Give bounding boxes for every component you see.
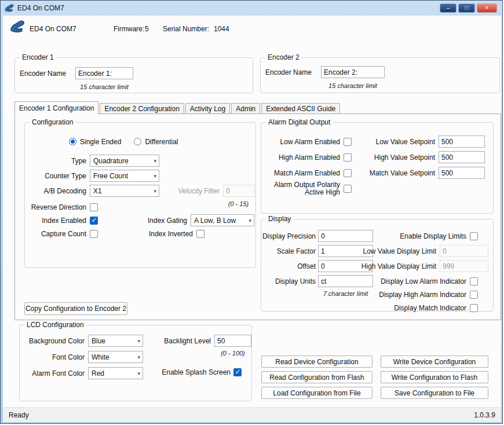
alarm-digital-output-group-title: Alarm Digital Output <box>266 118 333 126</box>
type-value: Quadrature <box>93 157 129 165</box>
tab-extended-ascii-guide[interactable]: Extended ASCII Guide <box>261 103 340 114</box>
low-alarm-enabled-checkbox[interactable] <box>344 138 352 146</box>
chevron-down-icon: ▾ <box>249 218 251 224</box>
low-value-display-limit-label: Low Value Display Limit <box>363 247 437 255</box>
display-high-alarm-indicator-checkbox[interactable] <box>470 291 478 299</box>
maximize-button[interactable]: □ <box>458 3 475 13</box>
alarm-polarity-label-line2: Active High <box>305 188 340 196</box>
single-ended-radio[interactable] <box>69 138 76 145</box>
tab-strip: Encoder 1 Configuration Encoder 2 Config… <box>14 101 341 114</box>
background-color-combobox[interactable]: Blue ▾ <box>88 335 143 347</box>
load-configuration-from-file-button[interactable]: Load Configuration from File <box>261 387 372 399</box>
encoder1-limit-note: 15 character limit <box>71 83 138 90</box>
chevron-down-icon: ▾ <box>154 188 156 194</box>
low-value-display-limit-input <box>440 245 488 257</box>
index-gating-label: Index Gating <box>147 217 187 225</box>
serial-number-label: Serial Number: <box>163 25 209 33</box>
lcd-configuration-group: LCD Configuration Background Color Blue … <box>19 325 252 401</box>
encoder1-configuration-panel: Configuration Single Ended Differential … <box>14 113 501 320</box>
lcd-configuration-group-title: LCD Configuration <box>24 321 86 329</box>
maximize-icon: □ <box>465 5 468 11</box>
high-alarm-enabled-checkbox[interactable] <box>344 153 352 162</box>
minimize-button[interactable]: – <box>440 3 456 13</box>
index-gating-combobox[interactable]: A Low, B Low ▾ <box>191 214 254 226</box>
display-precision-label: Display Precision <box>261 232 316 240</box>
differential-label: Differential <box>145 138 178 146</box>
firmware-value: 5 <box>145 25 149 33</box>
backlight-level-input[interactable] <box>214 335 251 347</box>
display-precision-input[interactable] <box>318 230 373 242</box>
index-inverted-checkbox[interactable] <box>196 230 204 238</box>
type-combobox[interactable]: Quadrature ▾ <box>90 155 159 167</box>
encoder2-name-input[interactable] <box>321 66 385 78</box>
tab-admin[interactable]: Admin <box>231 103 260 114</box>
index-inverted-label: Index Inverted <box>147 230 193 238</box>
close-button[interactable]: × <box>477 3 497 13</box>
tab-encoder-2-configuration[interactable]: Encoder 2 Configuration <box>100 103 184 114</box>
configuration-group: Configuration Single Ended Differential … <box>24 122 256 268</box>
minimize-icon: – <box>447 5 450 11</box>
low-value-setpoint-input[interactable] <box>439 135 485 148</box>
display-low-alarm-indicator-label: Display Low Alarm Indicator <box>381 277 466 285</box>
window-title: ED4 On COM7 <box>17 4 64 12</box>
high-value-setpoint-label: High Value Setpoint <box>355 153 435 162</box>
encoder1-name-input[interactable] <box>75 67 133 79</box>
match-alarm-enabled-checkbox[interactable] <box>344 169 352 177</box>
display-units-label: Display Units <box>261 277 316 285</box>
chevron-down-icon: ▾ <box>154 158 156 164</box>
velocity-filter-label: Velocity Filter <box>173 187 220 195</box>
display-units-input[interactable] <box>318 275 373 287</box>
encoder2-name-label: Encoder Name <box>265 68 316 76</box>
font-color-label: Font Color <box>22 353 85 361</box>
display-high-alarm-indicator-label: Display High Alarm Indicator <box>379 291 466 299</box>
status-text: Ready <box>9 411 29 419</box>
capture-count-label: Capture Count <box>26 230 86 238</box>
tab-activity-log[interactable]: Activity Log <box>185 103 230 114</box>
backlight-range-note: (0 - 100) <box>214 350 251 357</box>
tab-encoder-1-configuration[interactable]: Encoder 1 Configuration <box>14 101 98 115</box>
display-group: Display Display Precision Scale Factor O… <box>261 219 494 312</box>
header-app-title: ED4 On COM7 <box>30 25 76 33</box>
write-configuration-to-flash-button[interactable]: Write Configuration to Flash <box>381 371 488 383</box>
ab-decoding-value: X1 <box>93 187 102 195</box>
chevron-down-icon: ▾ <box>137 371 140 376</box>
capture-count-checkbox[interactable] <box>90 230 98 238</box>
version-text: 1.0.3.9 <box>474 411 495 419</box>
alarm-polarity-checkbox[interactable] <box>344 185 352 193</box>
differential-radio[interactable] <box>134 138 141 145</box>
velocity-filter-input <box>223 185 255 197</box>
alarm-font-color-combobox[interactable]: Red ▾ <box>88 367 143 379</box>
alarm-font-color-label: Alarm Font Color <box>22 369 85 378</box>
read-device-configuration-button[interactable]: Read Device Configuration <box>261 356 372 368</box>
read-configuration-from-flash-button[interactable]: Read Configuration from Flash <box>261 371 372 383</box>
write-device-configuration-button[interactable]: Write Device Configuration <box>381 356 488 368</box>
background-color-label: Background Color <box>22 337 85 345</box>
alarm-font-color-value: Red <box>92 369 104 378</box>
enable-display-limits-label: Enable Display Limits <box>400 232 466 240</box>
reverse-direction-checkbox[interactable] <box>90 203 98 211</box>
firmware-label: Firmware: <box>114 25 144 33</box>
index-enabled-checkbox[interactable] <box>90 217 98 225</box>
enable-display-limits-checkbox[interactable] <box>470 232 478 240</box>
single-ended-label: Single Ended <box>80 138 121 146</box>
font-color-combobox[interactable]: White ▾ <box>88 351 143 363</box>
font-color-value: White <box>92 353 109 361</box>
high-value-setpoint-input[interactable] <box>439 151 485 163</box>
display-low-alarm-indicator-checkbox[interactable] <box>470 277 478 285</box>
enable-splash-screen-checkbox[interactable] <box>233 368 242 376</box>
display-units-limit-note: 7 character limit <box>318 290 373 297</box>
match-value-setpoint-input[interactable] <box>439 167 485 179</box>
encoder1-group: Encoder 1 Encoder Name 15 character limi… <box>14 57 253 93</box>
display-group-title: Display <box>266 215 293 223</box>
background-color-value: Blue <box>92 337 105 345</box>
ab-decoding-combobox[interactable]: X1 ▾ <box>90 185 159 197</box>
scale-factor-label: Scale Factor <box>261 247 316 255</box>
high-value-display-limit-input <box>440 260 488 272</box>
match-alarm-enabled-label: Match Alarm Enabled <box>266 169 340 177</box>
counter-type-combobox[interactable]: Free Count ▾ <box>90 170 159 182</box>
save-configuration-to-file-button[interactable]: Save Configuration to File <box>381 387 488 399</box>
velocity-filter-range-note: (0 - 15) <box>222 200 254 207</box>
ab-decoding-label: A/B Decoding <box>26 187 86 195</box>
copy-configuration-button[interactable]: Copy Configuration to Encoder 2 <box>24 302 127 315</box>
display-match-indicator-checkbox[interactable] <box>470 304 478 312</box>
